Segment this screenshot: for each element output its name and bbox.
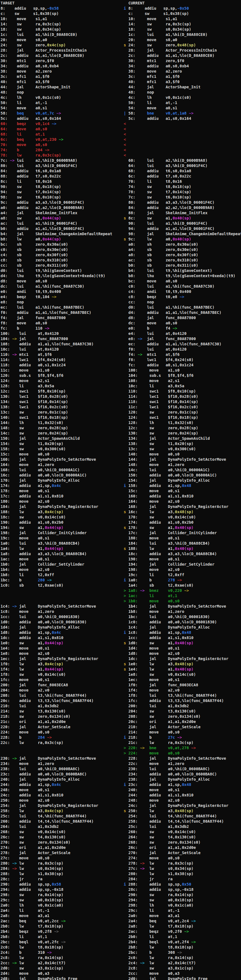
target-line: 2a8: move a3,a1 bbox=[0, 913, 49, 918]
asm-token: 234: bbox=[128, 772, 138, 776]
asm-token: 1c: bbox=[128, 32, 135, 37]
target-line: 110: ~> mtc1 at,$f6 bbox=[0, 352, 52, 357]
asm-token: 228: bbox=[128, 756, 138, 760]
asm-token bbox=[138, 851, 149, 855]
target-line: 1dc: addiu a1,s1,0x810 bbox=[0, 635, 64, 640]
asm-token bbox=[10, 892, 19, 897]
asm-token bbox=[135, 310, 147, 315]
asm-token: sw bbox=[17, 22, 35, 26]
asm-token bbox=[8, 164, 17, 168]
asm-token: 134: bbox=[128, 436, 138, 441]
asm-token: lui bbox=[147, 32, 165, 37]
asm-token: addiu bbox=[17, 116, 35, 121]
asm-token: 27c bbox=[168, 735, 175, 740]
asm-token: 168: bbox=[0, 468, 10, 472]
target-line: 6c: beq v0,at,230 ~> bbox=[0, 137, 64, 142]
asm-token: 298: bbox=[128, 903, 138, 907]
asm-token: 70: bbox=[0, 142, 8, 147]
asm-token: c4: bbox=[0, 253, 8, 257]
asm-token: e8: bbox=[128, 337, 135, 341]
asm-token: lwc1 bbox=[19, 405, 38, 409]
asm-token: beqz bbox=[19, 929, 38, 934]
asm-token: DynaPolyInfo_Alloc bbox=[168, 777, 210, 781]
asm-token bbox=[135, 22, 147, 26]
asm-token: 1c: bbox=[0, 32, 8, 37]
asm-token: 0x48 bbox=[182, 630, 191, 635]
asm-token: move bbox=[147, 279, 165, 283]
asm-token: ra,0x3c(sp) bbox=[35, 22, 61, 26]
asm-token: 38: bbox=[0, 69, 8, 73]
target-line: 258: lw a3,0x4c(sp) bbox=[0, 808, 64, 813]
target-line: 94: sw t7,0x14(sp) bbox=[0, 189, 61, 195]
current-line: d8: jal func_80A87800 bbox=[128, 315, 196, 320]
asm-token bbox=[8, 226, 17, 231]
asm-token: d8: bbox=[128, 315, 135, 320]
asm-token bbox=[135, 337, 137, 341]
asm-token: move bbox=[149, 609, 168, 614]
asm-row: 130: lwc1 $f10,0x28(s0)114: lwc1 $f10,0x… bbox=[0, 394, 241, 399]
target-line: 280: ~> lw ra,0x3c(sp) bbox=[0, 861, 64, 866]
asm-token: 19c: bbox=[128, 573, 138, 577]
asm-token bbox=[10, 719, 19, 724]
asm-token: 0x4c bbox=[52, 630, 61, 635]
asm-token: 2b0: bbox=[0, 924, 10, 928]
asm-token: 18: bbox=[0, 27, 8, 32]
asm-token bbox=[138, 882, 149, 886]
asm-token: t6,s0,0x1a8 bbox=[166, 169, 191, 173]
current-line: 11c: lwc1 $f16,0x2c(s0) bbox=[128, 404, 198, 410]
current-line: 50: li at,-1 bbox=[128, 100, 177, 105]
asm-token: lh bbox=[19, 420, 38, 425]
asm-token: 1f0: bbox=[128, 682, 138, 687]
asm-token: sw bbox=[17, 195, 35, 199]
target-line: 15c: move a0,s0 bbox=[0, 452, 49, 457]
asm-token bbox=[10, 803, 19, 808]
asm-token: a0,%hi(D_0600BA8C) bbox=[168, 767, 210, 771]
target-line: 90: sw t8,0x18(sp) bbox=[0, 184, 61, 189]
target-line: 38: move a2,zero bbox=[0, 69, 52, 74]
asm-token: t7,0x14(sp) bbox=[35, 190, 61, 194]
asm-token: move bbox=[17, 38, 35, 42]
current-line: bc: move a0,s0 bbox=[128, 278, 177, 284]
asm-token: 1fc: bbox=[0, 678, 10, 682]
asm-token: mfc1 bbox=[17, 74, 35, 79]
current-line: 1ac: li at,1 bbox=[128, 593, 177, 598]
target-line: 1d8: addiu a1,sp,0x4c bbox=[0, 630, 61, 635]
asm-token: addiu bbox=[149, 473, 168, 477]
asm-token: a1,%hi(D_80A88CE0) bbox=[166, 32, 207, 37]
target-line: b8: lw a0,0x44(sp) bbox=[0, 237, 61, 242]
asm-token: ra bbox=[168, 877, 172, 881]
current-line: 118: swc1 $f10,0x14(sp) bbox=[128, 399, 198, 404]
asm-row: ec: lui a1,%hi(func_80A87BEC)d0: lui a1,… bbox=[0, 305, 241, 310]
asm-token: a3, bbox=[38, 510, 45, 514]
asm-token: a8: bbox=[128, 253, 135, 257]
asm-token: c0: bbox=[128, 284, 135, 288]
target-line: 268: sw v0,0x14c(s0) bbox=[0, 829, 66, 835]
asm-token: addiu bbox=[149, 782, 168, 787]
asm-token bbox=[10, 394, 19, 399]
current-line: 3c: mfc1 a1,$f0 bbox=[128, 74, 179, 79]
asm-token: a1,0x3db2 bbox=[38, 824, 59, 829]
current-line: 30: mtc1 zero,$f0 bbox=[128, 58, 184, 64]
asm-token: 200: bbox=[0, 682, 10, 687]
asm-row: 88: addiu t7,s0,0x22c6c: addiu t7,s0,0x2… bbox=[0, 173, 241, 179]
asm-token: a1,a1,%lo(func_80A87BEC) bbox=[166, 310, 222, 315]
current-line: 148: move a1,zero bbox=[128, 462, 184, 467]
asm-token: lui bbox=[19, 468, 38, 472]
asm-token: 2a0: bbox=[128, 913, 138, 918]
diff-gutter-marker: > bbox=[124, 588, 126, 593]
asm-token: 11c: bbox=[0, 368, 10, 372]
asm-token: a1,s1,0x810 bbox=[38, 635, 64, 640]
asm-token: 184: bbox=[0, 504, 10, 509]
asm-token: li bbox=[149, 573, 168, 577]
asm-token: addiu bbox=[149, 552, 168, 556]
asm-row: 8: addiu sp,sp,-0x58i8: addiu sp,sp,-0x5… bbox=[0, 6, 241, 11]
target-line: ec: lui a1,%hi(func_80A87BEC) bbox=[0, 305, 84, 310]
asm-token: addiu bbox=[17, 53, 35, 58]
asm-token bbox=[145, 961, 149, 965]
asm-token: s1,a1 bbox=[35, 17, 47, 21]
asm-token: t7,0x18(sp) bbox=[168, 924, 193, 928]
asm-token: jal bbox=[149, 531, 168, 535]
asm-token: move bbox=[19, 788, 38, 792]
asm-token bbox=[138, 588, 140, 593]
asm-token: a0,%hi(D_06000A1C) bbox=[168, 468, 210, 472]
